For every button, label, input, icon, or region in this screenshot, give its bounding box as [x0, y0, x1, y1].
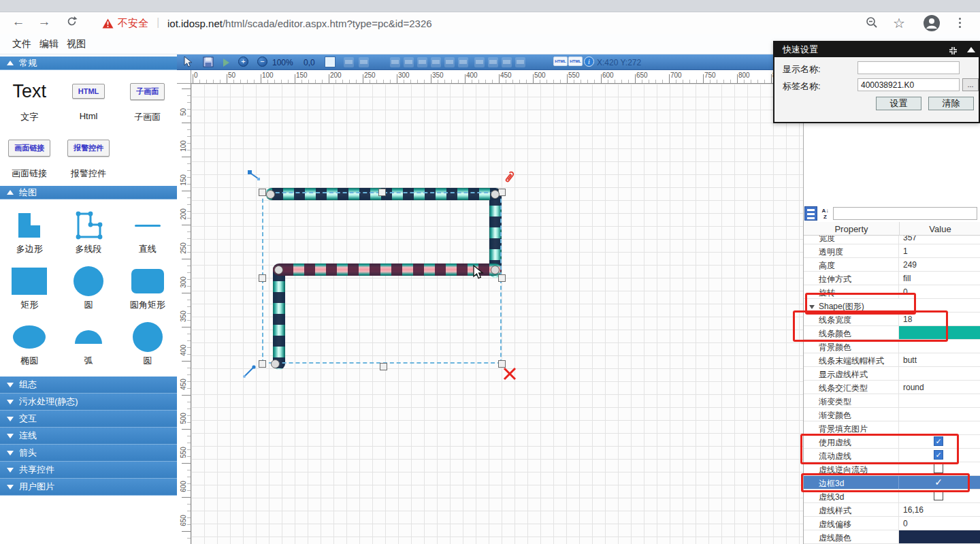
checkbox-unchecked[interactable]	[934, 464, 943, 473]
property-value[interactable]: round	[899, 381, 980, 394]
widget-text[interactable]: Text 文字	[0, 76, 59, 132]
property-filter-input[interactable]	[833, 207, 977, 220]
property-row[interactable]: 虚线颜色	[804, 530, 980, 544]
dock-icon[interactable]	[949, 46, 958, 58]
design-canvas[interactable]: 0501001502002503003504004505005506006507…	[177, 70, 803, 544]
property-row[interactable]: 透明度1	[804, 244, 980, 258]
sidebar-panel-collapsed[interactable]: 污水处理(静态)	[0, 394, 177, 411]
property-row[interactable]: 拉伸方式fill	[804, 272, 980, 285]
property-row[interactable]: 旋转0	[804, 285, 980, 299]
zoom-out-icon[interactable]: −	[257, 57, 267, 67]
property-row[interactable]: 背景填充图片	[804, 421, 980, 435]
property-row[interactable]: 背景颜色	[804, 340, 980, 353]
shape-ellipse[interactable]: 椭圆	[0, 321, 59, 377]
set-button[interactable]: 设置	[876, 97, 921, 110]
property-value[interactable]	[899, 490, 980, 502]
property-value[interactable]: 357	[899, 236, 980, 244]
sidebar-panel-collapsed[interactable]: 组态	[0, 377, 177, 394]
sidebar-panel-general[interactable]: 常规	[0, 57, 177, 70]
edit-nodes-icon[interactable]	[247, 170, 262, 186]
sidebar-panel-collapsed[interactable]: 箭头	[0, 445, 177, 462]
resize-handle-e[interactable]	[498, 274, 506, 282]
property-row[interactable]: 渐变类型	[804, 394, 980, 408]
checkbox-checked[interactable]: ✓	[934, 477, 943, 487]
property-row[interactable]: 虚线样式16,16	[804, 503, 980, 517]
browse-tag-button[interactable]: ...	[962, 78, 979, 91]
property-row[interactable]: 显示虚线样式	[804, 367, 980, 381]
vertex-handle-2[interactable]	[491, 190, 500, 199]
property-value[interactable]: 16,16	[899, 503, 980, 516]
property-value[interactable]: 1	[899, 244, 980, 257]
categorize-icon[interactable]	[804, 206, 817, 221]
property-value[interactable]	[899, 408, 980, 421]
sidebar-panel-collapsed[interactable]: 交互	[0, 411, 177, 428]
delete-x-icon[interactable]	[503, 367, 517, 383]
quick-settings-titlebar[interactable]: 快速设置	[774, 42, 979, 57]
shape-line[interactable]: 直线	[118, 209, 177, 265]
html-export-icon[interactable]: HTML	[553, 57, 568, 66]
shape-polygon[interactable]: 多边形	[0, 209, 59, 265]
sort-az-icon[interactable]: A↓Z	[819, 206, 832, 221]
resize-handle-nw[interactable]	[259, 189, 266, 196]
property-row[interactable]: 使用虚线✓	[804, 435, 980, 449]
property-row[interactable]: 流动虚线✓	[804, 449, 980, 462]
resize-handle-w[interactable]	[259, 274, 266, 282]
shape-arc[interactable]: 弧	[59, 321, 118, 377]
back-icon[interactable]: ←	[10, 14, 27, 29]
property-value[interactable]: ✓	[899, 435, 980, 448]
canvas-settings-icon[interactable]	[325, 57, 335, 67]
property-row[interactable]: Shape(图形)	[804, 299, 980, 313]
color-swatch[interactable]	[899, 530, 980, 543]
property-value[interactable]: 249	[899, 258, 980, 271]
property-value[interactable]: 0	[899, 285, 980, 298]
vertex-handle-5[interactable]	[271, 359, 280, 368]
property-value[interactable]	[899, 421, 980, 434]
resize-handle-sw[interactable]	[259, 360, 266, 368]
property-value[interactable]: ✓	[899, 476, 980, 489]
shape-circle[interactable]: 圆	[59, 265, 118, 321]
shape-circle-2[interactable]: 圆	[118, 321, 177, 377]
menu-edit[interactable]: 编辑	[39, 38, 59, 50]
widget-html[interactable]: HTML Html	[59, 76, 118, 132]
save-icon[interactable]	[203, 57, 214, 70]
vertex-handle-4[interactable]	[274, 266, 283, 274]
checkbox-unchecked[interactable]	[934, 491, 943, 500]
menu-file[interactable]: 文件	[12, 38, 31, 50]
property-value[interactable]	[899, 340, 980, 353]
property-row[interactable]: 虚线偏移0	[804, 517, 980, 530]
zoom-in-icon[interactable]: +	[238, 57, 248, 67]
forward-icon[interactable]: →	[35, 14, 53, 29]
bookmark-star-icon[interactable]: ☆	[890, 15, 908, 31]
checkbox-checked[interactable]: ✓	[934, 436, 943, 446]
selection-bounding-box[interactable]	[262, 192, 502, 364]
reload-icon[interactable]	[63, 16, 80, 31]
html-view-icon[interactable]: HTML	[568, 57, 583, 66]
info-icon[interactable]: i	[584, 57, 594, 67]
property-value[interactable]	[899, 326, 980, 339]
shape-rounded-rect[interactable]: 圆角矩形	[118, 265, 177, 321]
run-preview-icon[interactable]	[223, 59, 229, 67]
property-value[interactable]: 18	[899, 313, 980, 325]
property-row[interactable]: 虚线3d	[804, 490, 980, 503]
sidebar-panel-collapsed[interactable]: 连线	[0, 428, 177, 445]
profile-avatar[interactable]	[923, 14, 941, 35]
color-swatch[interactable]	[899, 326, 980, 339]
property-row[interactable]: 线条颜色	[804, 326, 980, 340]
widget-screen-link[interactable]: 画面链接 画面链接	[0, 132, 59, 183]
property-row[interactable]: 线条末端线帽样式butt	[804, 353, 980, 367]
display-name-input[interactable]	[858, 61, 960, 74]
property-row[interactable]: 线条交汇类型round	[804, 381, 980, 394]
property-value[interactable]: ✓	[899, 449, 980, 462]
sidebar-panel-collapsed[interactable]: 用户图片	[0, 479, 177, 496]
zoom-out-page-icon[interactable]	[863, 16, 881, 32]
vertex-handle-1[interactable]	[266, 190, 275, 199]
property-value[interactable]	[899, 394, 980, 407]
property-value[interactable]: butt	[899, 353, 980, 366]
group-collapse-icon[interactable]	[809, 305, 815, 309]
property-row[interactable]: 渐变颜色	[804, 408, 980, 421]
tag-name-input[interactable]	[858, 78, 960, 91]
url-text[interactable]: iot.idosp.net/html/scada/editor.aspx.htm…	[167, 18, 432, 29]
property-row[interactable]: 虚线逆向流动	[804, 462, 980, 476]
property-row[interactable]: 高度249	[804, 258, 980, 272]
edit-line-icon[interactable]	[242, 363, 258, 382]
